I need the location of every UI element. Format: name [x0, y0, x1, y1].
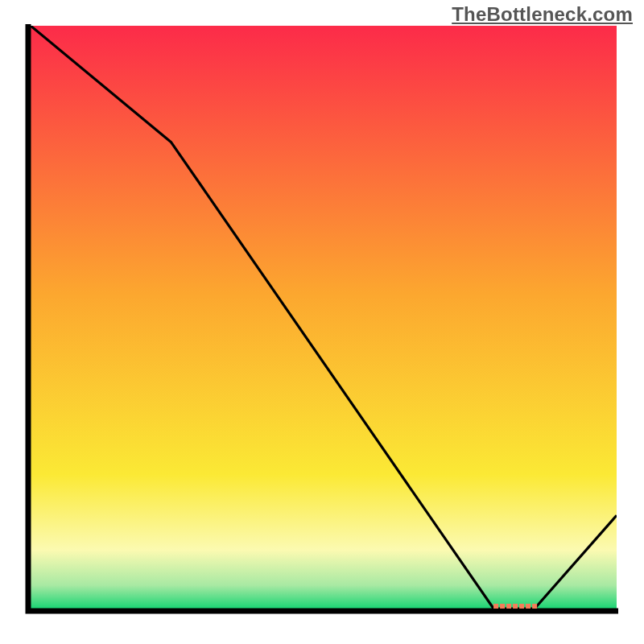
optimum-marker-dot — [506, 604, 511, 609]
plot-background-gradient — [31, 26, 617, 609]
optimum-marker-dot — [526, 604, 530, 609]
optimum-marker-dot — [532, 604, 537, 609]
watermark-link[interactable]: TheBottleneck.com — [452, 3, 633, 26]
optimum-marker-dot — [513, 604, 518, 609]
optimum-marker-dot — [519, 604, 524, 609]
optimum-marker — [493, 604, 537, 609]
optimum-marker-dot — [500, 604, 505, 609]
optimum-marker-dot — [493, 604, 498, 609]
chart-svg — [0, 0, 644, 644]
chart-stage: TheBottleneck.com — [0, 0, 644, 644]
